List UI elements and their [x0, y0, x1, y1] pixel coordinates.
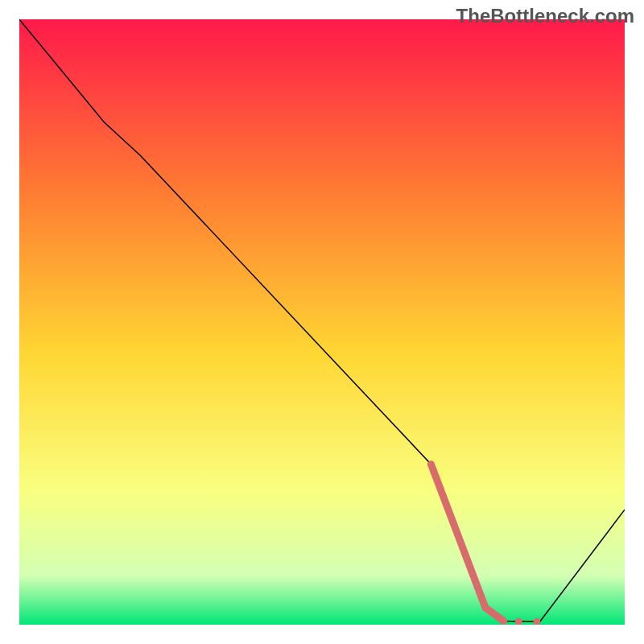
watermark-text: TheBottleneck.com	[456, 5, 634, 27]
chart-container: TheBottleneck.com	[0, 0, 644, 644]
chart-svg	[19, 19, 625, 625]
plot-area	[19, 19, 625, 625]
gradient-background	[19, 19, 625, 625]
